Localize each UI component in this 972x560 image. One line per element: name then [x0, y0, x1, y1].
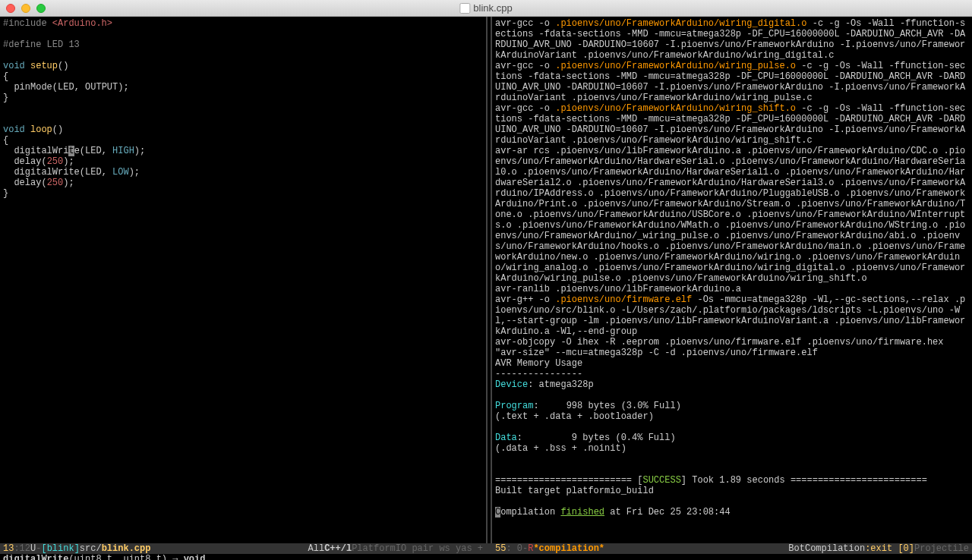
buffer-name: *compilation*: [533, 543, 604, 554]
program-label: Program: [495, 401, 533, 411]
code-editor[interactable]: #include <Arduino.h> #define LED 13 void…: [0, 17, 486, 543]
minibuffer: digitalWrite(uint8_t, uint8_t) → void: [0, 554, 972, 560]
text-cursor: t: [68, 146, 74, 156]
zoom-button[interactable]: [36, 4, 46, 13]
modeline-right: 55: 0 -R *compilation*Bot Compilation:ex…: [492, 543, 972, 554]
buffer-name: blink.cpp: [102, 543, 151, 554]
include-header: <Arduino.h>: [52, 18, 112, 29]
define-directive: #define LED 13: [3, 39, 80, 50]
minimize-button[interactable]: [21, 4, 30, 13]
titlebar: blink.cpp: [0, 0, 972, 17]
finished-link[interactable]: finished: [560, 507, 604, 518]
modeline: 13:12 U -[blink]src/blink.cppAll C++/lPl…: [0, 543, 972, 554]
filename: blink.cpp: [473, 3, 512, 14]
success-badge: SUCCESS: [642, 475, 680, 486]
close-button[interactable]: [6, 4, 15, 13]
window-title: blink.cpp: [459, 3, 512, 14]
compilation-buffer[interactable]: avr-gcc -o .pioenvs/uno/FrameworkArduino…: [492, 17, 972, 543]
file-icon: [459, 3, 470, 14]
modeline-left: 13:12 U -[blink]src/blink.cppAll C++/lPl…: [0, 543, 486, 554]
include-directive: #include: [3, 18, 52, 29]
pane-separator[interactable]: [486, 17, 492, 543]
traffic-lights: [6, 4, 46, 13]
data-label: Data: [495, 433, 517, 443]
device-label: Device: [495, 379, 528, 390]
